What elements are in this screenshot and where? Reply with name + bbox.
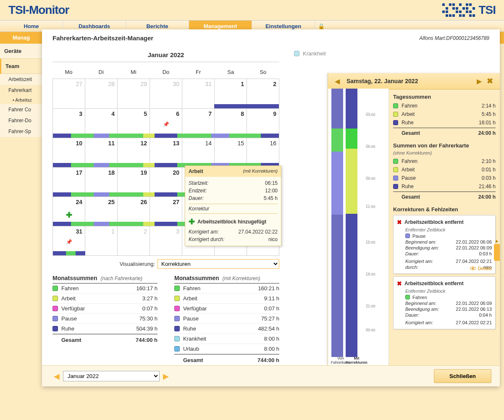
calendar-cell[interactable]: 2 — [117, 226, 150, 255]
app-title: TSI-Monitor — [8, 3, 69, 17]
sidebar-item-fahrer-co[interactable]: Fahrer Co — [0, 104, 42, 115]
calendar-cell[interactable]: 3 — [150, 226, 182, 255]
sidebar-cat-devices[interactable]: Geräte — [0, 44, 42, 59]
calendar-cell[interactable]: 30 — [150, 79, 182, 108]
korrekturen-title: Korrekturen & Fehlzeiten — [393, 206, 496, 213]
daysum-row: Arbeit0:01 h — [393, 165, 496, 174]
work-tooltip: Arbeit(mit Korrekturen) Startzeit:06:15 … — [185, 165, 281, 246]
monthsum-row: Verfügbar0:07 h — [52, 304, 158, 314]
day-timeline: 03:0006:0009:0011:5015:0018:0021:0000:00… — [328, 89, 389, 365]
weekday-header: So — [247, 66, 279, 79]
monthsum-row: Krankheit8:00 h — [174, 334, 279, 344]
sidebar-item-fahrer-sp[interactable]: Fahrer-Sp — [0, 126, 42, 137]
correction-box: ✖Arbeitszeitblock entfernt Entfernter Ze… — [393, 276, 496, 329]
monthsum-row: Ruhe504:39 h — [52, 324, 158, 334]
plus-icon: ✚ — [66, 210, 72, 220]
month-select[interactable]: Januar 2022 — [63, 371, 160, 381]
day-panel: ◀ Samstag, 22. Januar 2022 ▶ ✖ 03:0006:0… — [328, 73, 500, 365]
sidebar-item-arbeitszeit[interactable]: Arbeitszeit — [0, 74, 42, 85]
day-prev-icon[interactable]: ◀ — [332, 77, 342, 85]
day-close-icon[interactable]: ✖ — [484, 76, 496, 86]
daysum-row: Fahren2:14 h — [393, 102, 496, 110]
daysum-row: Arbeit5:45 h — [393, 110, 496, 118]
daysum-title: Summen von der Fahrerkarte — [393, 142, 496, 149]
monthsum-row: Arbeit3:27 h — [52, 294, 158, 304]
calendar-cell[interactable]: 27 — [53, 79, 85, 108]
daysum-row: Fahren2:10 h — [393, 157, 496, 165]
calendar-cell[interactable]: 28 — [85, 79, 117, 108]
calendar-cell[interactable]: 31 — [182, 79, 214, 108]
bg-sickness-row: Krankheit — [290, 48, 500, 59]
close-button[interactable]: Schließen — [434, 369, 491, 383]
calendar-cell[interactable]: 1 — [85, 226, 117, 255]
details-link[interactable]: Details — [470, 266, 492, 271]
daysum-row: Ruhe21:46 h — [393, 182, 496, 191]
daysum-row: Ruhe16:01 h — [393, 118, 496, 127]
daysum-title: Tagessummen — [393, 94, 496, 100]
weekday-header: Sa — [215, 66, 247, 79]
marker-icon: 📌 — [163, 121, 169, 127]
scroll-indicator[interactable] — [494, 244, 500, 261]
calendar-month-title: Januar 2022 — [52, 48, 279, 62]
monthsum-row: Fahren160:21 h — [174, 284, 279, 294]
monthsum-row: Verfügbar0:07 h — [174, 304, 279, 314]
sidebar-cat-team[interactable]: Team — [0, 59, 42, 74]
plus-icon: ✚ — [189, 217, 195, 226]
monthsum-title: Monatssummen — [174, 275, 219, 281]
logo: TSI — [442, 3, 496, 17]
monthsum-row: Urlaub8:00 h — [174, 344, 279, 354]
monthsum-row: Fahren160:17 h — [52, 284, 158, 294]
month-prev-icon[interactable]: ◀ — [50, 372, 63, 381]
eye-icon — [470, 267, 476, 270]
day-next-icon[interactable]: ▶ — [474, 77, 484, 85]
marker-icon: 📌 — [66, 239, 72, 245]
sidebar: Geräte Team Arbeitszeit Fahrerkart • Arb… — [0, 44, 42, 137]
weekday-header: Mi — [117, 66, 150, 79]
vis-label: Visualisierung: — [120, 261, 155, 267]
dialog-title: Fahrerkarten-Arbeitszeit-Manager — [52, 34, 153, 42]
sidebar-item-fahrer-do[interactable]: Fahrer-Do — [0, 115, 42, 126]
main-dialog: Fahrerkarten-Arbeitszeit-Manager Alfons … — [42, 29, 500, 386]
weekday-header: Di — [85, 66, 117, 79]
monthsum-row: Pause75:30 h — [52, 314, 158, 324]
remove-icon: ✖ — [397, 280, 402, 287]
daysum-row: Pause0:03 h — [393, 174, 496, 182]
monthsum-row: Pause75:27 h — [174, 314, 279, 324]
calendar-cell[interactable]: 29 — [117, 79, 150, 108]
weekday-header: Mo — [52, 66, 85, 79]
weekday-header: Do — [150, 66, 182, 79]
sidebar-subitem-arbeitszeit[interactable]: • Arbeitsz — [0, 96, 42, 104]
vis-select[interactable]: Korrekturen — [158, 259, 279, 269]
month-next-icon[interactable]: ▶ — [160, 372, 172, 381]
weekday-header: Fr — [182, 66, 215, 79]
monthsum-title: Monatssummen — [52, 275, 97, 281]
day-title: Samstag, 22. Januar 2022 — [342, 78, 474, 84]
monthsum-row: Arbeit9:11 h — [174, 294, 279, 304]
sidebar-item-fahrerkarten[interactable]: Fahrerkart — [0, 85, 42, 96]
dialog-user: Alfons Mart:DF0000123456789 — [419, 35, 489, 41]
remove-icon: ✖ — [397, 219, 402, 226]
correction-box: ✖Arbeitszeitblock entfernt Entfernter Ze… — [393, 215, 496, 274]
monthsum-row: Ruhe482:54 h — [174, 324, 279, 334]
